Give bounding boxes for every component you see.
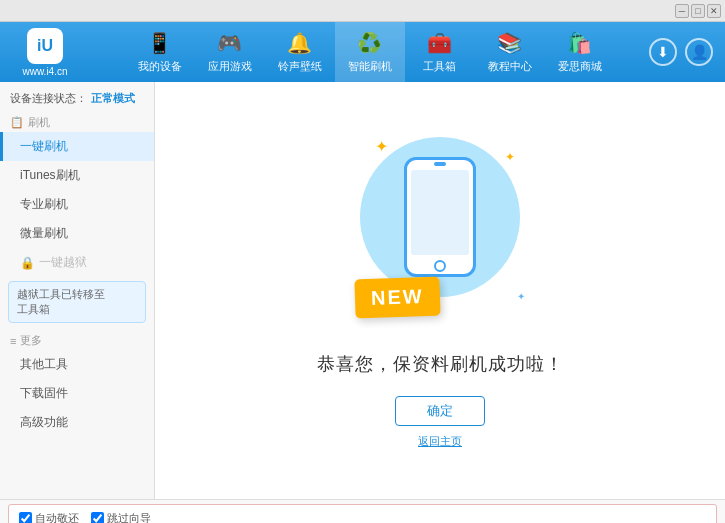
nav-toolbox-label: 工具箱 [423,59,456,74]
window-controls: ─ □ ✕ [675,4,721,18]
ringtone-icon: 🔔 [287,31,312,55]
micro-flash-label: 微量刷机 [20,225,68,242]
success-illustration: NEW ✦ ✦ ✦ [350,132,530,332]
nav-toolbox[interactable]: 🧰 工具箱 [405,22,475,82]
nav-mall-label: 爱思商城 [558,59,602,74]
logo-area[interactable]: iU www.i4.cn [0,28,90,77]
jailbreak-notice: 越狱工具已转移至工具箱 [8,281,146,323]
sidebar-item-pro-flash[interactable]: 专业刷机 [0,190,154,219]
more-group-text: 更多 [20,333,42,348]
more-separator-icon: ≡ [10,335,16,347]
nav-apps-games-label: 应用游戏 [208,59,252,74]
nav-bar: 📱 我的设备 🎮 应用游戏 🔔 铃声壁纸 ♻️ 智能刷机 🧰 工具箱 📚 教程中… [90,22,649,82]
download-firmware-label: 下载固件 [20,385,68,402]
close-button[interactable]: ✕ [707,4,721,18]
smart-flash-icon: ♻️ [357,31,382,55]
jailbreak-label: 一键越狱 [39,254,87,271]
skip-wizard-input[interactable] [91,512,104,523]
nav-tutorial-label: 教程中心 [488,59,532,74]
nav-ringtone-label: 铃声壁纸 [278,59,322,74]
my-device-icon: 📱 [147,31,172,55]
one-click-flash-label: 一键刷机 [20,138,68,155]
advanced-label: 高级功能 [20,414,68,431]
new-badge: NEW [354,277,440,319]
sidebar-item-download-firmware[interactable]: 下载固件 [0,379,154,408]
auto-dismiss-input[interactable] [19,512,32,523]
logo-url: www.i4.cn [22,66,67,77]
nav-smart-flash-label: 智能刷机 [348,59,392,74]
flash-group-icon: 📋 [10,116,24,129]
status-bar: 设备连接状态： 正常模式 [0,86,154,111]
jailbreak-notice-text: 越狱工具已转移至工具箱 [17,288,105,315]
apps-games-icon: 🎮 [217,31,242,55]
skip-wizard-label: 跳过向导 [107,511,151,523]
status-value: 正常模式 [91,91,135,106]
flash-group-label: 📋 刷机 [0,111,154,132]
sparkle-3: ✦ [517,291,525,302]
home-link[interactable]: 返回主页 [418,434,462,449]
sidebar: 设备连接状态： 正常模式 📋 刷机 一键刷机 iTunes刷机 专业刷机 微量刷… [0,82,155,499]
nav-mall[interactable]: 🛍️ 爱思商城 [545,22,615,82]
tutorial-icon: 📚 [497,31,522,55]
skip-wizard-checkbox[interactable]: 跳过向导 [91,511,151,523]
mall-icon: 🛍️ [567,31,592,55]
header: iU www.i4.cn 📱 我的设备 🎮 应用游戏 🔔 铃声壁纸 ♻️ 智能刷… [0,22,725,82]
toolbox-icon: 🧰 [427,31,452,55]
sparkle-2: ✦ [505,150,515,164]
nav-right-buttons: ⬇ 👤 [649,38,725,66]
confirm-button[interactable]: 确定 [395,396,485,426]
auto-dismiss-label: 自动敬还 [35,511,79,523]
nav-apps-games[interactable]: 🎮 应用游戏 [195,22,265,82]
bottom-section: 自动敬还 跳过向导 📱 iPhone 12 mini 64GB Down-12m… [0,499,725,523]
sparkle-1: ✦ [375,137,388,156]
nav-smart-flash[interactable]: ♻️ 智能刷机 [335,22,405,82]
title-bar: ─ □ ✕ [0,0,725,22]
sidebar-item-other-tools[interactable]: 其他工具 [0,350,154,379]
nav-my-device-label: 我的设备 [138,59,182,74]
bottom-options-row: 自动敬还 跳过向导 [8,504,717,523]
content-area: NEW ✦ ✦ ✦ 恭喜您，保资料刷机成功啦！ 确定 返回主页 [155,82,725,499]
sidebar-item-micro-flash[interactable]: 微量刷机 [0,219,154,248]
status-label: 设备连接状态： [10,91,87,106]
account-button[interactable]: 👤 [685,38,713,66]
other-tools-label: 其他工具 [20,356,68,373]
more-group-label: ≡ 更多 [0,329,154,350]
minimize-button[interactable]: ─ [675,4,689,18]
pro-flash-label: 专业刷机 [20,196,68,213]
nav-tutorial[interactable]: 📚 教程中心 [475,22,545,82]
sidebar-item-one-click-flash[interactable]: 一键刷机 [0,132,154,161]
sidebar-item-itunes-flash[interactable]: iTunes刷机 [0,161,154,190]
main-layout: 设备连接状态： 正常模式 📋 刷机 一键刷机 iTunes刷机 专业刷机 微量刷… [0,82,725,499]
success-message: 恭喜您，保资料刷机成功啦！ [317,352,564,376]
download-button[interactable]: ⬇ [649,38,677,66]
nav-ringtone[interactable]: 🔔 铃声壁纸 [265,22,335,82]
logo-icon: iU [27,28,63,64]
sidebar-item-jailbreak: 🔒 一键越狱 [0,248,154,277]
sidebar-item-advanced[interactable]: 高级功能 [0,408,154,437]
maximize-button[interactable]: □ [691,4,705,18]
auto-dismiss-checkbox[interactable]: 自动敬还 [19,511,79,523]
nav-my-device[interactable]: 📱 我的设备 [125,22,195,82]
itunes-flash-label: iTunes刷机 [20,167,80,184]
flash-group-text: 刷机 [28,115,50,130]
